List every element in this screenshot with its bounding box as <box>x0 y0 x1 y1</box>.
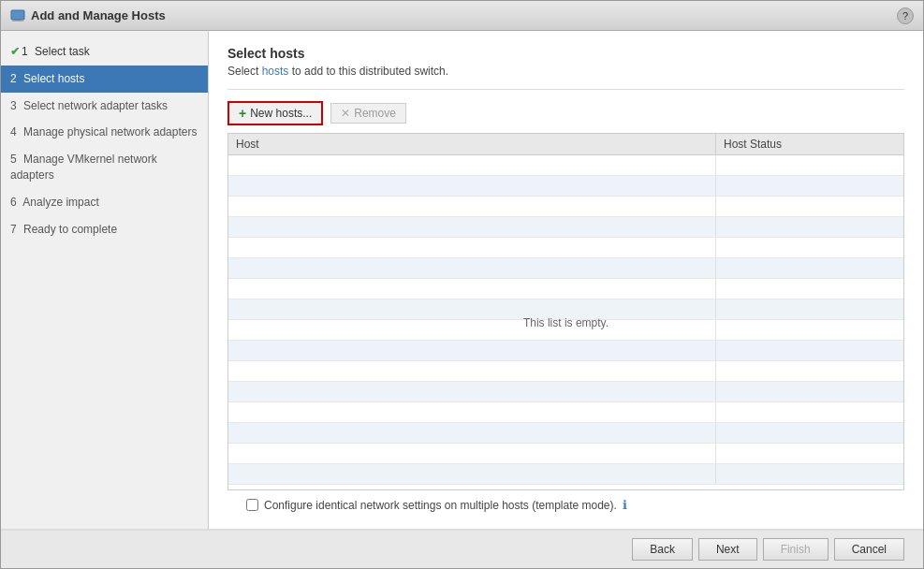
section-title: Select hosts <box>227 46 904 61</box>
step-num: 4 <box>10 125 17 139</box>
host-table: Host Host Status <box>227 133 904 490</box>
template-mode-checkbox[interactable] <box>246 499 258 511</box>
footer-buttons: Back Next Finish Cancel <box>1 530 923 568</box>
dialog-body: ✔1 Select task 2 Select hosts 3 Select n… <box>1 31 923 529</box>
step-num: 6 <box>10 196 17 209</box>
main-content: Select hosts Select hosts to add to this… <box>209 31 923 529</box>
x-icon: ✕ <box>341 107 350 120</box>
title-left: Add and Manage Hosts <box>10 8 166 23</box>
plus-icon: + <box>239 106 246 121</box>
desc-suffix: to add to this distributed switch. <box>288 65 448 78</box>
sidebar: ✔1 Select task 2 Select hosts 3 Select n… <box>1 31 209 529</box>
sidebar-item-label: Analyze impact <box>22 196 98 209</box>
new-hosts-button[interactable]: + New hosts... <box>227 101 323 125</box>
next-button[interactable]: Next <box>698 538 757 561</box>
svg-rect-2 <box>12 21 23 22</box>
sidebar-item-network-adapter-tasks[interactable]: 3 Select network adapter tasks <box>1 93 208 120</box>
sidebar-item-label: Select network adapter tasks <box>23 99 168 112</box>
remove-button[interactable]: ✕ Remove <box>330 103 406 124</box>
col-host-header: Host <box>228 134 716 154</box>
back-button[interactable]: Back <box>632 538 693 561</box>
sidebar-item-manage-physical[interactable]: 4 Manage physical network adapters <box>1 119 208 146</box>
add-manage-hosts-dialog: Add and Manage Hosts ? ✔1 Select task 2 … <box>0 0 924 569</box>
col-status-header: Host Status <box>716 134 903 154</box>
svg-rect-0 <box>11 10 24 20</box>
hosts-link[interactable]: hosts <box>262 65 289 78</box>
empty-message: This list is empty. <box>228 155 903 489</box>
step-num: 3 <box>10 99 17 112</box>
desc-prefix: Select <box>227 65 262 78</box>
finish-button[interactable]: Finish <box>763 538 829 561</box>
title-bar: Add and Manage Hosts ? <box>1 1 923 31</box>
remove-label: Remove <box>354 107 396 120</box>
sidebar-item-label: Manage VMkernel network adapters <box>10 153 157 182</box>
help-button[interactable]: ? <box>897 7 914 24</box>
info-icon[interactable]: ℹ <box>623 498 627 512</box>
sidebar-item-ready-to-complete[interactable]: 7 Ready to complete <box>1 216 208 243</box>
step-num: 1 <box>22 45 28 58</box>
sidebar-item-select-task[interactable]: ✔1 Select task <box>1 38 208 66</box>
section-desc: Select hosts to add to this distributed … <box>227 65 904 78</box>
sidebar-item-analyze-impact[interactable]: 6 Analyze impact <box>1 189 208 216</box>
sidebar-item-manage-vmkernel[interactable]: 5 Manage VMkernel network adapters <box>1 146 208 189</box>
step-num: 5 <box>10 153 17 166</box>
sidebar-item-label: Select task <box>35 45 90 58</box>
sidebar-item-label: Select hosts <box>23 72 84 85</box>
step-num: 7 <box>10 223 17 236</box>
check-icon: ✔ <box>10 45 20 58</box>
dialog-title: Add and Manage Hosts <box>31 8 166 22</box>
toolbar: + New hosts... ✕ Remove <box>227 101 904 125</box>
empty-state-container: This list is empty. <box>228 155 903 489</box>
cancel-button[interactable]: Cancel <box>834 538 904 561</box>
step-num: 2 <box>10 72 17 85</box>
table-body: This list is empty. <box>228 155 903 489</box>
template-mode-label: Configure identical network settings on … <box>264 499 617 512</box>
dialog-footer: Back Next Finish Cancel <box>1 529 923 568</box>
sidebar-item-label: Ready to complete <box>23 223 117 236</box>
footer-options: Configure identical network settings on … <box>227 490 904 519</box>
sidebar-item-select-hosts[interactable]: 2 Select hosts <box>1 66 208 93</box>
empty-message-text: This list is empty. <box>523 316 609 329</box>
dialog-icon <box>10 8 25 23</box>
divider <box>227 89 904 90</box>
table-header: Host Host Status <box>228 134 903 155</box>
sidebar-item-label: Manage physical network adapters <box>23 125 197 139</box>
new-hosts-label: New hosts... <box>250 107 312 120</box>
